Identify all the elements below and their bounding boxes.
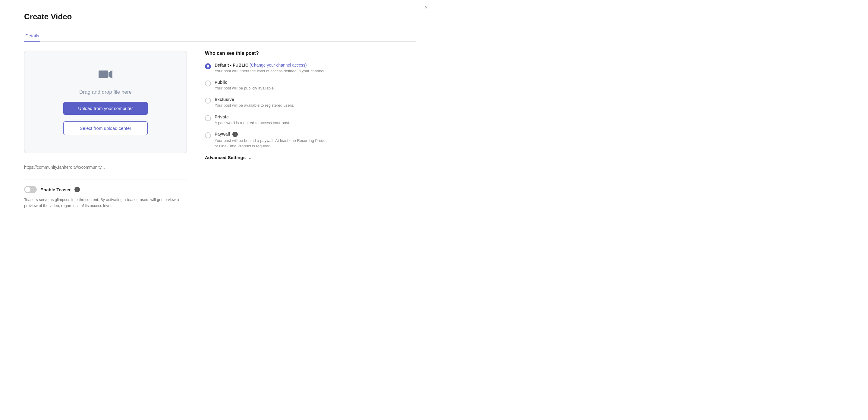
- enable-teaser-label: Enable Teaser: [40, 187, 71, 192]
- page-title: Create Video: [24, 12, 416, 22]
- advanced-settings-row[interactable]: Advanced Settings ⌄: [205, 155, 332, 160]
- radio-circle-paywall: [205, 132, 211, 138]
- radio-desc-paywall: Your post will be behind a paywall. At l…: [215, 138, 332, 149]
- radio-option-private[interactable]: Private A password is required to access…: [205, 115, 332, 126]
- teaser-info-icon[interactable]: i: [74, 187, 80, 192]
- teaser-description: Teasers serve as glimpses into the conte…: [24, 197, 187, 208]
- enable-teaser-toggle[interactable]: [24, 186, 37, 193]
- enable-teaser-row: Enable Teaser i: [24, 186, 187, 193]
- radio-title-paywall: Paywall i: [215, 132, 332, 137]
- radio-title-default-public: Default - PUBLIC (Change your channel ac…: [215, 63, 325, 67]
- change-channel-access-link[interactable]: (Change your channel access): [250, 63, 307, 67]
- modal-content: Create Video Details Drag and drop file …: [0, 0, 434, 221]
- svg-marker-1: [108, 70, 113, 78]
- main-layout: Drag and drop file here Upload from your…: [24, 51, 416, 208]
- radio-title-public: Public: [215, 80, 275, 85]
- svg-rect-0: [98, 70, 108, 78]
- drag-drop-text: Drag and drop file here: [79, 89, 132, 95]
- radio-option-exclusive[interactable]: Exclusive Your post will be available to…: [205, 97, 332, 108]
- radio-desc-default-public: Your post will inherit the level of acce…: [215, 68, 325, 74]
- tab-details[interactable]: Details: [24, 31, 40, 41]
- left-panel: Drag and drop file here Upload from your…: [24, 51, 187, 208]
- radio-label-group-private: Private A password is required to access…: [215, 115, 290, 126]
- close-button[interactable]: ×: [424, 4, 428, 10]
- radio-label-group-default-public: Default - PUBLIC (Change your channel ac…: [215, 63, 325, 74]
- who-can-see-title: Who can see this post?: [205, 51, 332, 56]
- upload-area: Drag and drop file here Upload from your…: [24, 51, 187, 153]
- url-input-container: [24, 162, 187, 173]
- url-input[interactable]: [24, 162, 187, 173]
- radio-title-text-paywall: Paywall: [215, 132, 230, 136]
- radio-title-exclusive: Exclusive: [215, 97, 294, 102]
- advanced-settings-label: Advanced Settings: [205, 155, 246, 160]
- radio-option-paywall[interactable]: Paywall i Your post will be behind a pay…: [205, 132, 332, 149]
- chevron-down-icon: ⌄: [248, 155, 252, 160]
- upload-from-computer-button[interactable]: Upload from your computer: [63, 102, 148, 115]
- radio-desc-public: Your post will be publicly available.: [215, 86, 275, 91]
- video-camera-icon: [98, 69, 113, 83]
- radio-desc-exclusive: Your post will be available to registere…: [215, 103, 294, 108]
- divider: [24, 180, 187, 180]
- select-from-upload-center-button[interactable]: Select from upload center: [63, 122, 148, 135]
- radio-circle-public: [205, 80, 211, 87]
- paywall-info-icon[interactable]: i: [232, 132, 238, 137]
- radio-label-group-paywall: Paywall i Your post will be behind a pay…: [215, 132, 332, 149]
- radio-label-group-exclusive: Exclusive Your post will be available to…: [215, 97, 294, 108]
- radio-option-public[interactable]: Public Your post will be publicly availa…: [205, 80, 332, 91]
- radio-circle-default-public: [205, 63, 211, 69]
- radio-desc-private: A password is required to access your po…: [215, 120, 290, 126]
- tabs-row: Details: [24, 30, 416, 41]
- radio-label-group-public: Public Your post will be publicly availa…: [215, 80, 275, 91]
- radio-option-default-public[interactable]: Default - PUBLIC (Change your channel ac…: [205, 63, 332, 74]
- radio-circle-private: [205, 115, 211, 121]
- radio-title-private: Private: [215, 115, 290, 119]
- modal-wrapper: × Create Video Details Drag and drop fil…: [0, 0, 434, 221]
- right-panel: Who can see this post? Default - PUBLIC …: [205, 51, 332, 208]
- radio-circle-exclusive: [205, 98, 211, 104]
- radio-title-text-default-public: Default - PUBLIC: [215, 63, 248, 67]
